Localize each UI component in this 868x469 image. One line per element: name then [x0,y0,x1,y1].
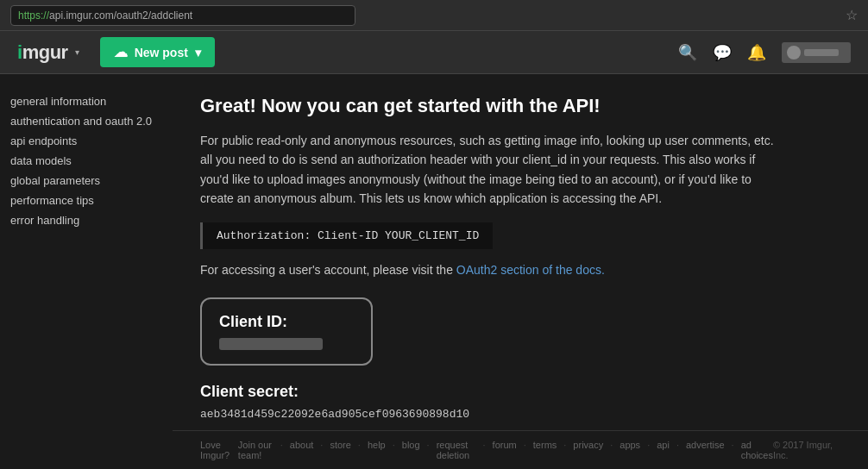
footer-terms-link[interactable]: terms [533,440,557,460]
url-domain: api.imgur.com [49,9,114,22]
footer-help-link[interactable]: help [368,440,386,460]
sidebar: general information authentication and o… [0,74,173,469]
bookmark-icon[interactable]: ☆ [846,7,858,23]
oauth-text: For accessing a user's account, please v… [200,263,840,277]
navbar: imgur ▾ ☁ New post ▾ 🔍 💬 🔔 [0,31,868,74]
sidebar-item-error-handling[interactable]: error handling [10,210,173,230]
sidebar-item-authentication-oauth[interactable]: authentication and oauth 2.0 [10,111,173,131]
search-icon[interactable]: 🔍 [678,43,697,62]
avatar-image [787,46,801,59]
oauth-prefix: For accessing a user's account, please v… [200,263,456,277]
main-layout: general information authentication and o… [0,74,868,469]
username-placeholder [804,49,839,56]
footer-api-link[interactable]: api [657,440,670,460]
footer-advertise-link[interactable]: advertise [686,440,725,460]
new-post-button[interactable]: ☁ New post ▾ [100,37,215,67]
client-id-label: Client ID: [219,313,354,331]
footer-links: Love Imgur? Join our team! · about · sto… [200,440,773,460]
url-https: https:// [18,9,49,22]
code-text: Authorization: Client-ID YOUR_CLIENT_ID [217,229,479,242]
footer-join-link[interactable]: Join our team! [238,440,274,460]
client-secret-label: Client secret: [200,383,840,401]
new-post-chevron-icon: ▾ [195,46,201,59]
logo: imgur [17,41,68,64]
page-title: Great! Now you can get started with the … [200,95,840,117]
client-id-box: Client ID: [200,297,373,366]
footer-privacy-link[interactable]: privacy [573,440,603,460]
sidebar-item-api-endpoints[interactable]: api endpoints [10,131,173,151]
footer-forum-link[interactable]: forum [493,440,517,460]
client-id-value [219,338,323,350]
url-path: /oauth2/addclient [114,9,192,22]
upload-cloud-icon: ☁ [114,44,128,60]
client-secret-value: aeb3481d459c22092e6ad905cef0963690898d10 [200,408,840,421]
footer-apps-link[interactable]: apps [620,440,640,460]
url-bar[interactable]: https://api.imgur.com/oauth2/addclient [10,5,355,26]
code-block: Authorization: Client-ID YOUR_CLIENT_ID [200,222,493,249]
footer-about-link[interactable]: about [290,440,314,460]
notifications-icon[interactable]: 🔔 [747,43,766,62]
user-avatar[interactable] [782,42,851,63]
sidebar-item-general-information[interactable]: general information [10,91,173,111]
sidebar-item-global-parameters[interactable]: global parameters [10,171,173,191]
sidebar-item-performance-tips[interactable]: performance tips [10,191,173,210]
footer-request-deletion-link[interactable]: request deletion [437,440,476,460]
nav-icons: 🔍 💬 🔔 [678,42,851,63]
footer-love-text: Love Imgur? [200,440,231,460]
description-text: For public read-only and anonymous resou… [200,131,787,209]
chat-icon[interactable]: 💬 [713,43,732,62]
footer-blog-link[interactable]: blog [402,440,420,460]
main-content: Great! Now you can get started with the … [173,74,868,430]
footer: Love Imgur? Join our team! · about · sto… [173,430,868,469]
footer-store-link[interactable]: store [330,440,350,460]
oauth-link[interactable]: OAuth2 section of the docs. [456,263,605,277]
logo-area[interactable]: imgur ▾ [17,41,79,64]
new-post-label: New post [135,46,188,59]
sidebar-item-data-models[interactable]: data models [10,151,173,171]
logo-dropdown-icon[interactable]: ▾ [75,47,79,57]
footer-copyright: © 2017 Imgur, Inc. [773,440,840,460]
footer-ad-choices-link[interactable]: ad choices [741,440,773,460]
browser-bar: https://api.imgur.com/oauth2/addclient ☆ [0,0,868,31]
